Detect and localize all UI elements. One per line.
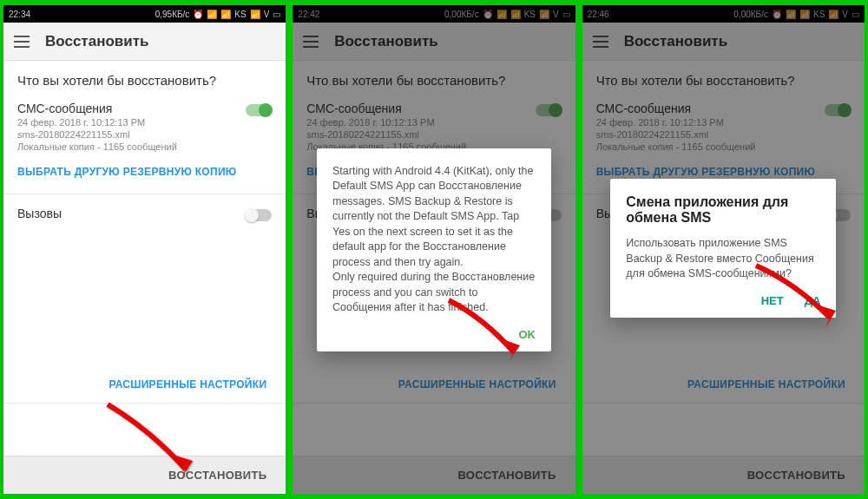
status-bar: 22:34 0,95КБ/с ⏰ 📶 📶 KS 📶 V ▭ xyxy=(3,5,286,23)
calls-toggle[interactable] xyxy=(246,209,272,221)
sms-row[interactable]: СМС-сообщения 24 февр. 2018 г. 10:12:13 … xyxy=(293,96,575,155)
dialog-overlay: Starting with Android 4.4 (KitKat), only… xyxy=(293,5,575,494)
change-sms-app-dialog: Смена приложения для обмена SMS Использо… xyxy=(610,179,836,318)
advanced-settings-button[interactable]: РАСШИРЕННЫЕ НАСТРОЙКИ xyxy=(3,370,286,399)
menu-icon[interactable] xyxy=(593,36,608,48)
signal-icon: 📶 xyxy=(799,10,810,19)
sms-title: СМС-сообщения xyxy=(17,102,177,115)
sms-row[interactable]: СМС-сообщения 24 февр. 2018 г. 10:12:13 … xyxy=(3,96,286,155)
divider xyxy=(582,403,865,404)
restore-button[interactable]: ВОССТАНОВИТЬ xyxy=(168,469,266,482)
status-speed: 0,95КБ/с xyxy=(155,10,190,19)
toolbar-title: Восстановить xyxy=(45,33,148,50)
alarm-icon: ⏰ xyxy=(483,10,493,19)
bottom-bar: ВОССТАНОВИТЬ xyxy=(293,456,575,494)
calls-row[interactable]: Вызовы xyxy=(3,194,286,224)
dialog-overlay: Смена приложения для обмена SMS Использо… xyxy=(582,5,865,494)
restore-button[interactable]: ВОССТАНОВИТЬ xyxy=(457,469,556,482)
vibrate-icon: V xyxy=(842,10,848,19)
status-time: 22:46 xyxy=(588,10,609,19)
status-speed: 0,00КБ/с xyxy=(444,10,479,19)
sms-title: СМС-сообщения xyxy=(596,102,756,115)
status-carrier: KS xyxy=(813,10,825,19)
wifi-icon: 📶 xyxy=(496,10,507,19)
toolbar: Восстановить xyxy=(293,23,575,61)
sms-toggle[interactable] xyxy=(536,104,562,116)
signal-icon: 📶 xyxy=(510,10,521,19)
sms-date: 24 февр. 2018 г. 10:12:13 PM xyxy=(306,117,466,128)
signal-icon-2: 📶 xyxy=(539,10,549,19)
choose-other-backup-button[interactable]: ВЫБРАТЬ ДРУГУЮ РЕЗЕРВНУЮ КОПИЮ xyxy=(3,155,286,190)
toolbar: Восстановить xyxy=(582,23,865,61)
status-carrier: KS xyxy=(524,10,536,19)
sms-title: СМС-сообщения xyxy=(306,102,466,115)
alarm-icon: ⏰ xyxy=(193,10,203,19)
restore-button[interactable]: ВОССТАНОВИТЬ xyxy=(747,469,845,482)
calls-title: Вызовы xyxy=(17,207,62,220)
status-bar: 22:42 0,00КБ/с ⏰ 📶 📶 KS 📶 V ▭ xyxy=(293,5,575,23)
default-sms-dialog: Starting with Android 4.4 (KitKat), only… xyxy=(317,148,551,351)
dialog-body: Starting with Android 4.4 (KitKat), only… xyxy=(332,164,536,316)
toolbar: Восстановить xyxy=(3,23,286,61)
sms-toggle[interactable] xyxy=(825,104,851,116)
wifi-icon: 📶 xyxy=(207,10,217,19)
dialog-no-button[interactable]: НЕТ xyxy=(761,294,784,307)
page-heading: Что вы хотели бы восстановить? xyxy=(582,61,865,96)
battery-icon: ▭ xyxy=(562,10,570,19)
sms-file: sms-20180224221155.xml xyxy=(306,129,466,140)
status-carrier: KS xyxy=(234,10,246,19)
page-heading: Что вы хотели бы восстановить? xyxy=(293,61,575,96)
sms-date: 24 февр. 2018 г. 10:12:13 PM xyxy=(596,117,756,128)
battery-icon: ▭ xyxy=(852,10,859,19)
bottom-bar: ВОССТАНОВИТЬ xyxy=(582,456,865,494)
screen-3: 22:46 0,00КБ/с ⏰ 📶 📶 KS 📶 V ▭ Восстанови… xyxy=(582,5,865,494)
wifi-icon: 📶 xyxy=(786,10,796,19)
sms-file: sms-20180224221155.xml xyxy=(596,129,756,140)
sms-file: sms-20180224221155.xml xyxy=(17,129,177,140)
toolbar-title: Восстановить xyxy=(334,33,437,50)
alarm-icon: ⏰ xyxy=(772,10,782,19)
sms-row[interactable]: СМС-сообщения 24 февр. 2018 г. 10:12:13 … xyxy=(582,96,865,155)
status-time: 22:34 xyxy=(9,10,30,19)
toolbar-title: Восстановить xyxy=(624,33,727,50)
advanced-settings-button[interactable]: РАСШИРЕННЫЕ НАСТРОЙКИ xyxy=(582,370,865,399)
battery-icon: ▭ xyxy=(273,10,280,19)
status-time: 22:42 xyxy=(298,10,319,19)
dialog-body: Использовать приложение SMS Backup & Res… xyxy=(626,236,820,282)
divider xyxy=(293,403,575,404)
signal-icon-2: 📶 xyxy=(250,10,260,19)
sms-info: Локальные копия - 1165 сообщений xyxy=(596,141,756,152)
sms-toggle[interactable] xyxy=(246,104,272,116)
screen-1: 22:34 0,95КБ/с ⏰ 📶 📶 KS 📶 V ▭ Восстанови… xyxy=(3,5,286,494)
menu-icon[interactable] xyxy=(303,36,319,48)
dialog-ok-button[interactable]: OK xyxy=(518,328,536,341)
bottom-bar: ВОССТАНОВИТЬ xyxy=(3,456,286,494)
signal-icon-2: 📶 xyxy=(828,10,838,19)
status-speed: 0,00КБ/с xyxy=(733,10,768,19)
dialog-title: Смена приложения для обмена SMS xyxy=(626,194,820,226)
screen-2: 22:42 0,00КБ/с ⏰ 📶 📶 KS 📶 V ▭ Восстанови… xyxy=(293,5,575,494)
sms-date: 24 февр. 2018 г. 10:12:13 PM xyxy=(17,117,177,128)
vibrate-icon: V xyxy=(264,10,270,19)
vibrate-icon: V xyxy=(553,10,559,19)
menu-icon[interactable] xyxy=(14,36,30,48)
sms-info: Локальные копия - 1165 сообщений xyxy=(17,141,177,152)
signal-icon: 📶 xyxy=(220,10,231,19)
status-bar: 22:46 0,00КБ/с ⏰ 📶 📶 KS 📶 V ▭ xyxy=(582,5,865,23)
dialog-yes-button[interactable]: ДА xyxy=(805,294,821,307)
advanced-settings-button[interactable]: РАСШИРЕННЫЕ НАСТРОЙКИ xyxy=(293,370,575,399)
page-heading: Что вы хотели бы восстановить? xyxy=(3,61,286,96)
